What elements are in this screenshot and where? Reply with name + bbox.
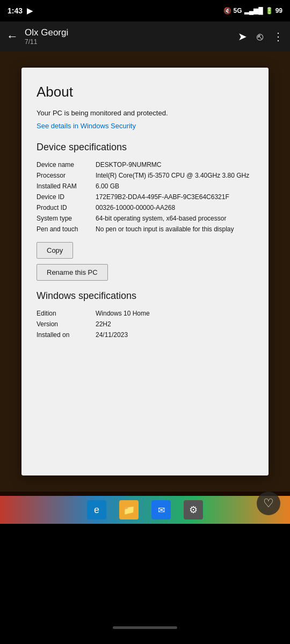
app-title-block: Olx Georgi 7/11 xyxy=(25,27,231,46)
spec-label: Product ID xyxy=(37,202,96,213)
spec-value: 6.00 GB xyxy=(96,181,253,192)
spec-value: Windows 10 Home xyxy=(96,308,253,319)
windows-specs-section: Windows specifications Edition Windows 1… xyxy=(37,290,253,340)
spec-label: Installed RAM xyxy=(37,181,96,192)
spec-row: Version 22H2 xyxy=(37,319,253,330)
app-bar: ← Olx Georgi 7/11 ➤ ⎋ ⋮ xyxy=(0,21,290,52)
heart-icon: ♡ xyxy=(263,496,274,510)
battery-level: 99 xyxy=(276,7,282,14)
rename-button[interactable]: Rename this PC xyxy=(37,259,253,281)
battery-icon: 🔋 xyxy=(265,7,273,14)
status-right: 🔇 5G ▂▄▆█ 🔋 99 xyxy=(223,7,282,14)
app-title: Olx Georgi xyxy=(25,27,231,38)
spec-row: Pen and touch No pen or touch input is a… xyxy=(37,224,253,235)
taskbar-area: e 📁 ✉ ⚙ xyxy=(0,492,290,524)
favorite-button[interactable]: ♡ xyxy=(257,492,280,515)
spec-row: Device name DESKTOP-9NUMRMC xyxy=(37,159,253,170)
spec-value: 24/11/2023 xyxy=(96,330,253,340)
signal-5g-label: 5G xyxy=(234,7,242,14)
time-display: 1:43 xyxy=(8,6,23,15)
spec-label: Device name xyxy=(37,159,96,170)
spec-row: Edition Windows 10 Home xyxy=(37,308,253,319)
spec-label: System type xyxy=(37,213,96,224)
settings-icon[interactable]: ⚙ xyxy=(184,500,203,519)
spec-row: Installed on 24/11/2023 xyxy=(37,330,253,340)
spec-value: 22H2 xyxy=(96,319,253,330)
copy-button[interactable]: Copy xyxy=(37,235,253,259)
home-indicator xyxy=(113,626,177,629)
spec-value: Intel(R) Core(TM) i5-3570 CPU @ 3.40GHz … xyxy=(96,170,253,181)
device-specs-title: Device specifications xyxy=(37,142,253,153)
screenshot-frame: About Your PC is being monitored and pro… xyxy=(0,52,290,492)
spec-value: 64-bit operating system, x64-based proce… xyxy=(96,213,253,224)
spec-row: Processor Intel(R) Core(TM) i5-3570 CPU … xyxy=(37,170,253,181)
files-icon[interactable]: 📁 xyxy=(119,500,139,519)
spec-row: Product ID 00326-10000-00000-AA268 xyxy=(37,202,253,213)
status-left: 1:43 ▶ xyxy=(8,6,33,15)
forward-icon[interactable]: ➤ xyxy=(238,30,247,43)
windows-specs-title: Windows specifications xyxy=(37,290,253,302)
spec-label: Edition xyxy=(37,308,96,319)
status-bar: 1:43 ▶ 🔇 5G ▂▄▆█ 🔋 99 xyxy=(0,0,290,21)
taskbar: e 📁 ✉ ⚙ xyxy=(0,496,290,524)
spec-value: No pen or touch input is available for t… xyxy=(96,224,253,235)
signal-bars-icon: ▂▄▆█ xyxy=(244,7,263,14)
spec-row: System type 64-bit operating system, x64… xyxy=(37,213,253,224)
spec-value: DESKTOP-9NUMRMC xyxy=(96,159,253,170)
app-subtitle: 7/11 xyxy=(25,38,231,46)
windows-content: About Your PC is being monitored and pro… xyxy=(21,68,269,475)
about-title: About xyxy=(37,84,253,100)
share-icon[interactable]: ⎋ xyxy=(257,31,263,43)
spec-row: Device ID 172E79B2-DDA4-495F-AABF-9C3E64… xyxy=(37,192,253,202)
app-bar-actions: ➤ ⎋ ⋮ xyxy=(238,30,284,43)
device-specs-table: Device name DESKTOP-9NUMRMCProcessor Int… xyxy=(37,159,253,235)
back-button[interactable]: ← xyxy=(6,30,18,43)
spec-row: Installed RAM 6.00 GB xyxy=(37,181,253,192)
spec-value: 00326-10000-00000-AA268 xyxy=(96,202,253,213)
play-icon: ▶ xyxy=(27,6,33,15)
spec-label: Processor xyxy=(37,170,96,181)
spec-value: 172E79B2-DDA4-495F-AABF-9C3E64C6321F xyxy=(96,192,253,202)
monitoring-text: Your PC is being monitored and protected… xyxy=(37,108,253,119)
windows-specs-table: Edition Windows 10 HomeVersion 22H2Insta… xyxy=(37,308,253,340)
mail-icon[interactable]: ✉ xyxy=(151,500,171,519)
windows-about-screen: About Your PC is being monitored and pro… xyxy=(21,68,269,475)
more-options-icon[interactable]: ⋮ xyxy=(273,30,284,43)
spec-label: Device ID xyxy=(37,192,96,202)
bottom-area xyxy=(0,524,290,644)
edge-icon[interactable]: e xyxy=(87,500,106,519)
security-link[interactable]: See details in Windows Security xyxy=(37,122,253,130)
spec-label: Pen and touch xyxy=(37,224,96,235)
spec-label: Version xyxy=(37,319,96,330)
mute-icon: 🔇 xyxy=(223,7,231,14)
spec-label: Installed on xyxy=(37,330,96,340)
